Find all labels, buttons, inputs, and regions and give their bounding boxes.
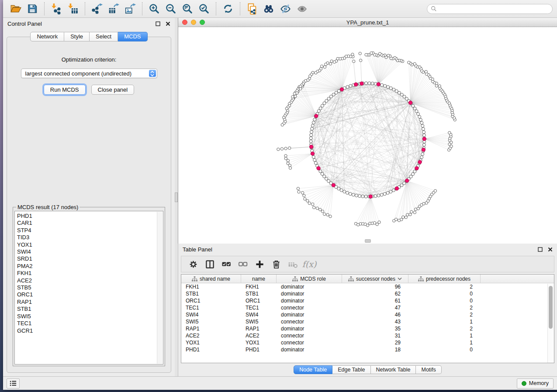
tab-edge-table[interactable]: Edge Table (332, 365, 370, 374)
table-row[interactable]: STB1 STB1 dominator 62 0 (181, 290, 554, 297)
table-row[interactable]: SWI5 SWI5 connector 43 1 (181, 318, 554, 325)
maximize-window-icon[interactable] (200, 20, 205, 25)
cell-mcds-role: dominator (277, 291, 342, 297)
mcds-result-item[interactable]: FKH1 (17, 270, 163, 277)
mcds-result-item[interactable]: PHD1 (17, 213, 163, 220)
memory-button[interactable]: Memory (517, 378, 554, 389)
table-panel: Table Panel (178, 244, 557, 376)
mcds-result-item[interactable]: YOX1 (17, 241, 163, 248)
columns-icon (205, 259, 215, 269)
table-row[interactable]: TEC1 TEC1 connector 47 2 (181, 304, 554, 311)
table-scrollbar[interactable] (547, 284, 554, 363)
open-session-button[interactable] (7, 2, 24, 16)
panel-splitter[interactable] (175, 18, 178, 376)
cell-predecessor-nodes: 1 (408, 319, 481, 325)
deselect-all-button[interactable] (235, 258, 251, 271)
mcds-result-item[interactable]: SWI5 (17, 313, 163, 320)
close-window-icon[interactable] (182, 20, 187, 25)
table-row[interactable]: RAP1 RAP1 dominator 35 2 (181, 325, 554, 332)
tab-mcds[interactable]: MCDS (118, 32, 147, 41)
export-table-button[interactable] (105, 2, 122, 16)
clone-network-button[interactable] (244, 2, 260, 16)
mcds-result-item[interactable]: GCR1 (17, 327, 163, 334)
float-window-icon[interactable] (538, 247, 543, 252)
mcds-result-item[interactable]: STB1 (17, 306, 163, 313)
table-row[interactable]: YOX1 YOX1 connector 29 1 (181, 339, 554, 346)
cell-name: ACE2 (241, 333, 277, 339)
table-settings-button[interactable] (185, 258, 201, 271)
table-scrollbar-thumb[interactable] (549, 286, 553, 329)
hide-selected-button[interactable] (277, 2, 294, 16)
mcds-result-item[interactable]: TEC1 (17, 320, 163, 327)
save-session-button[interactable] (24, 2, 41, 16)
table-row[interactable]: FKH1 FKH1 dominator 96 2 (181, 283, 554, 290)
tab-style[interactable]: Style (64, 32, 90, 41)
column-header-predecessor-nodes[interactable]: predecessor nodes (408, 275, 481, 283)
network-graph[interactable] (178, 27, 557, 244)
mcds-result-item[interactable]: PMA2 (17, 263, 163, 270)
cell-shared-name: ORC1 (181, 298, 241, 304)
mcds-result-item[interactable]: STP4 (17, 227, 163, 234)
add-column-button[interactable] (251, 258, 268, 271)
mcds-result-item[interactable]: ORC1 (17, 291, 163, 298)
horizontal-splitter-grip[interactable] (365, 239, 371, 243)
export-image-button[interactable] (122, 2, 138, 16)
show-column-panel-button[interactable] (201, 258, 218, 271)
import-table-button[interactable] (65, 2, 81, 16)
tab-motifs[interactable]: Motifs (416, 365, 441, 374)
table-row[interactable]: ACE2 ACE2 connector 31 1 (181, 332, 554, 339)
column-header-shared-name[interactable]: shared name (181, 275, 241, 283)
table-row[interactable]: ORC1 ORC1 dominator 61 0 (181, 297, 554, 304)
optimization-criterion-select[interactable]: largest connected component (undirected) (21, 69, 157, 78)
tab-network-table[interactable]: Network Table (371, 365, 416, 374)
mcds-result-item[interactable]: CAR1 (17, 220, 163, 227)
search-field[interactable] (427, 4, 553, 14)
main-toolbar (3, 0, 557, 18)
column-header-name[interactable]: name (241, 275, 277, 283)
mcds-result-item[interactable]: ACE2 (17, 277, 163, 284)
select-all-button[interactable] (218, 258, 235, 271)
task-history-button[interactable] (7, 378, 20, 389)
show-hidden-button[interactable] (294, 2, 310, 16)
sort-descending-icon (398, 277, 402, 280)
close-panel-icon[interactable] (166, 21, 170, 26)
function-builder-button[interactable]: f(x) (301, 258, 318, 271)
table-panel-titlebar: Table Panel (178, 244, 557, 255)
zoom-selected-button[interactable] (196, 2, 212, 16)
network-window-titlebar[interactable]: YPA_prune.txt_1 (178, 18, 557, 27)
cell-mcds-role: dominator (277, 284, 342, 290)
plus-icon (255, 259, 265, 269)
network-view[interactable] (178, 27, 557, 244)
close-panel-icon[interactable] (548, 247, 553, 252)
mcds-result-item[interactable]: SRD1 (17, 255, 163, 262)
run-mcds-button[interactable]: Run MCDS (44, 85, 86, 95)
refresh-button[interactable] (220, 2, 236, 16)
splitter-grip[interactable] (175, 193, 178, 202)
column-header-mcds-role[interactable]: MCDS role (277, 275, 342, 283)
import-network-button[interactable] (48, 2, 65, 16)
mcds-list-scrollbar[interactable] (157, 212, 163, 364)
zoom-in-button[interactable] (146, 2, 163, 16)
mcds-result-item[interactable]: SWI4 (17, 248, 163, 255)
tab-node-table[interactable]: Node Table (294, 365, 332, 374)
delete-table-button[interactable] (284, 258, 301, 271)
minimize-window-icon[interactable] (191, 20, 196, 25)
close-panel-button[interactable]: Close panel (91, 85, 135, 95)
table-row[interactable]: PHD1 PHD1 dominator 18 0 (181, 346, 554, 353)
delete-column-button[interactable] (268, 258, 284, 271)
zoom-out-button[interactable] (163, 2, 179, 16)
export-network-button[interactable] (89, 2, 105, 16)
table-row[interactable]: SWI4 SWI4 dominator 46 2 (181, 311, 554, 318)
mcds-result-item[interactable]: RAP1 (17, 299, 163, 306)
mcds-result-item[interactable]: TID3 (17, 234, 163, 241)
search-input[interactable] (439, 6, 550, 12)
tab-select[interactable]: Select (90, 32, 118, 41)
mcds-result-list[interactable]: PHD1CAR1STP4TID3YOX1SWI4SRD1PMA2FKH1ACE2… (14, 211, 163, 364)
zoom-fit-button[interactable] (179, 2, 196, 16)
shared-column-icon (192, 276, 197, 282)
float-window-icon[interactable] (156, 21, 160, 26)
find-button[interactable] (260, 2, 277, 16)
mcds-result-item[interactable]: STB5 (17, 284, 163, 291)
column-header-successor-nodes[interactable]: successor nodes (342, 275, 408, 283)
tab-network[interactable]: Network (30, 32, 64, 41)
